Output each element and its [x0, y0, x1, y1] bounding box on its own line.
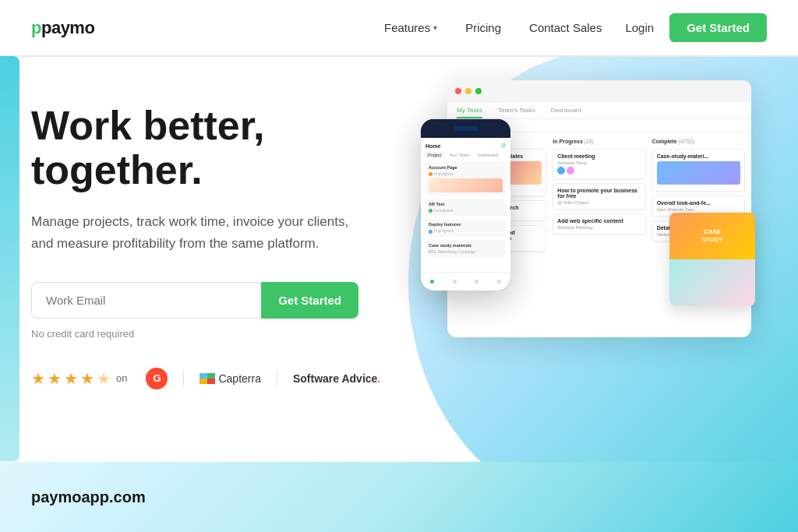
email-input[interactable]	[31, 282, 261, 319]
inprogress-count: (29)	[584, 139, 594, 144]
logo[interactable]: ppaymo	[31, 18, 94, 38]
inprogress-header: In Progress (29)	[553, 139, 645, 144]
case-study-bottom	[669, 259, 755, 306]
mobile-home-title: Home	[425, 143, 440, 149]
kanban-card[interactable]: Client meeting Amazon Shop	[553, 149, 645, 179]
nav-dot-timer	[475, 280, 478, 284]
window-titlebar	[447, 80, 751, 102]
hero-subtitle: Manage projects, track work time, invoic…	[31, 211, 358, 253]
no-credit-card-text: No credit card required	[31, 328, 421, 340]
tab-team-tasks[interactable]: Team's Tasks	[498, 107, 535, 118]
minimize-button-icon	[465, 88, 471, 94]
mobile-mockup: Home ⚙ Project Your Tasks Dashboard Acco…	[421, 119, 510, 291]
hero-section: Work better, together. Manage projects, …	[0, 57, 798, 462]
hero-get-started-button[interactable]: Get Started	[261, 282, 358, 319]
mobile-tab-project[interactable]: Project	[425, 152, 443, 158]
tab-dashboard[interactable]: Dashboard	[551, 107, 581, 118]
hero-left: Work better, together. Manage projects, …	[31, 57, 421, 462]
capterra-flag-icon	[200, 373, 215, 384]
footer-url: paymoapp.com	[31, 488, 146, 506]
maximize-button-icon	[475, 88, 482, 94]
side-accent	[0, 56, 19, 461]
hero-title: Work better, together.	[31, 104, 421, 192]
hero-right: Home ⚙ Project Your Tasks Dashboard Acco…	[421, 57, 767, 462]
software-advice-badge[interactable]: Software Advice.	[293, 372, 380, 385]
footer: paymoapp.com	[0, 462, 798, 532]
mobile-tabs: Project Your Tasks Dashboard	[425, 152, 506, 158]
chevron-down-icon: ▾	[433, 23, 437, 32]
kanban-card[interactable]: How to promote your business for free @ …	[553, 183, 645, 210]
status-dot	[429, 172, 433, 176]
capterra-text: Capterra	[218, 372, 260, 385]
nav-pricing[interactable]: Pricing	[465, 21, 501, 34]
kanban-card[interactable]: Add web specific content Website Redesig…	[553, 213, 645, 234]
navbar: ppaymo Features ▾ Pricing Contact Sales …	[0, 0, 798, 56]
nav-links: Features ▾ Pricing Contact Sales	[384, 21, 602, 34]
window-tabs: My Tasks Team's Tasks Dashboard	[447, 102, 751, 119]
software-advice-text: Software Advice.	[293, 372, 380, 385]
software-advice-dot: .	[377, 372, 380, 385]
svg-rect-3	[207, 379, 215, 384]
mobile-card-2: AB Test Completed	[425, 199, 506, 216]
ratings-row: ★ ★ ★ ★ ★ on G Capterra	[31, 368, 421, 389]
status-dot-2	[429, 209, 433, 213]
mobile-tab-dashboard[interactable]: Dashboard	[475, 152, 501, 158]
avatars	[557, 167, 641, 174]
case-study-top: CASESTUDY	[669, 213, 755, 259]
nav-dot-tasks	[453, 280, 457, 284]
complete-header: Complete (47/52)	[652, 139, 745, 144]
mobile-card-4: Case study materials BBC Advertising Cam…	[425, 240, 506, 257]
star-1-icon: ★	[31, 369, 45, 388]
kanban-card[interactable]: Case-study-materi...	[652, 149, 745, 192]
mobile-bottom-nav	[421, 272, 510, 291]
complete-count: (47/52)	[679, 139, 695, 144]
star-3-icon: ★	[64, 369, 78, 388]
case-study-card: CASESTUDY	[669, 213, 755, 306]
avatar	[557, 167, 565, 174]
on-text: on	[116, 372, 127, 384]
mobile-content: Home ⚙ Project Your Tasks Dashboard Acco…	[421, 138, 510, 272]
tab-my-tasks[interactable]: My Tasks	[457, 107, 482, 118]
divider-1	[183, 371, 184, 386]
g2-badge[interactable]: G	[146, 368, 168, 389]
svg-rect-2	[200, 379, 207, 384]
card-preview-1	[429, 178, 503, 192]
status-dot-3	[429, 230, 433, 234]
nav-dot-home	[430, 280, 434, 284]
avatar	[567, 167, 574, 174]
svg-rect-0	[200, 373, 207, 379]
nav-get-started-button[interactable]: Get Started	[669, 13, 767, 42]
g2-logo-icon: G	[146, 368, 168, 389]
star-5-icon: ★	[97, 369, 111, 388]
star-rating: ★ ★ ★ ★ ★ on	[31, 369, 130, 388]
star-2-icon: ★	[48, 369, 62, 388]
case-study-label: CASESTUDY	[701, 228, 722, 243]
mobile-tab-tasks[interactable]: Your Tasks	[447, 152, 472, 158]
nav-contact-sales[interactable]: Contact Sales	[529, 21, 602, 34]
mobile-card-3: Deploy features In progress	[425, 219, 506, 236]
star-4-icon: ★	[80, 369, 94, 388]
capterra-badge[interactable]: Capterra	[200, 372, 260, 385]
logo-icon: p	[31, 18, 41, 37]
nav-login[interactable]: Login	[625, 21, 654, 34]
svg-rect-1	[207, 373, 215, 379]
close-button-icon	[455, 88, 461, 94]
divider-2	[277, 371, 277, 386]
mobile-top-bar	[421, 119, 510, 138]
email-form: Get Started	[31, 282, 358, 319]
mobile-card-1: Account Page In progress	[425, 162, 506, 196]
mobile-settings-icon: ⚙	[501, 143, 506, 149]
kanban-inprogress-column: In Progress (29) Client meeting Amazon S…	[553, 139, 645, 329]
mobile-header: Home ⚙	[425, 143, 506, 149]
mobile-notch	[454, 126, 478, 131]
nav-features[interactable]: Features ▾	[384, 21, 437, 34]
nav-dot-profile	[497, 280, 501, 284]
card-image-2	[657, 161, 740, 185]
logo-text: ppaymo	[31, 18, 94, 38]
